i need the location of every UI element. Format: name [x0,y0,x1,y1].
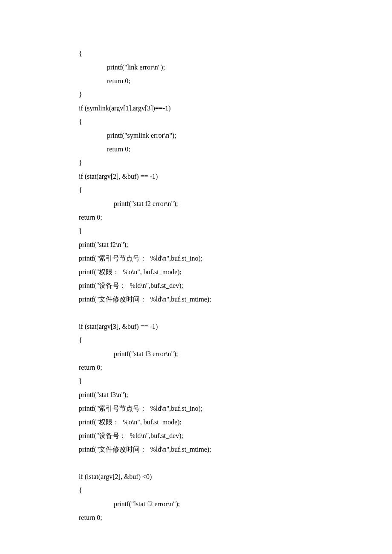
code-line: printf("设备号： %ld\n",buf.st_dev); [79,429,392,443]
code-line: } [79,88,392,102]
code-line: { [79,334,392,347]
code-line: printf("权限： %o\n", buf.st_mode); [79,415,392,429]
code-line: printf("stat f2 error\n"); [79,197,392,211]
code-line: if (stat(argv[3], &buf) == -1) [79,320,392,334]
code-line: printf("文件修改时间： %ld\n",buf.st_mtime); [79,443,392,456]
code-line: return 0; [79,361,392,374]
blank-line [79,306,392,320]
code-line: printf("stat f3\n"); [79,388,392,402]
code-line: if (symlink(argv[1],argv[3])==-1) [79,102,392,115]
code-line: return 0; [79,211,392,224]
code-line: if (lstat(argv[2], &buf) <0) [79,470,392,484]
code-line: printf("权限： %o\n", buf.st_mode); [79,265,392,279]
code-line: printf("索引号节点号： %ld\n",buf.st_ino); [79,402,392,415]
code-line: printf("stat f3 error\n"); [79,347,392,361]
code-line: printf("设备号： %ld\n",buf.st_dev); [79,279,392,293]
code-line: return 0; [79,74,392,88]
code-line: } [79,374,392,388]
code-line: { [79,115,392,129]
code-line: printf("索引号节点号： %ld\n",buf.st_ino); [79,252,392,265]
code-line: if (stat(argv[2], &buf) == -1) [79,170,392,183]
code-line: { [79,484,392,497]
document-page: { printf("link error\n"); return 0; } if… [0,0,392,554]
code-line: return 0; [79,511,392,525]
blank-line [79,456,392,470]
code-line: { [79,183,392,197]
code-line: printf("link error\n"); [79,61,392,74]
code-line: printf("文件修改时间： %ld\n",buf.st_mtime); [79,293,392,306]
code-line: printf("symlink error\n"); [79,129,392,142]
code-line: return 0; [79,142,392,156]
code-line: } [79,156,392,170]
code-line: printf("stat f2\n"); [79,238,392,252]
code-line: } [79,224,392,238]
code-line: printf("lstat f2 error\n"); [79,497,392,511]
code-line: { [79,47,392,61]
